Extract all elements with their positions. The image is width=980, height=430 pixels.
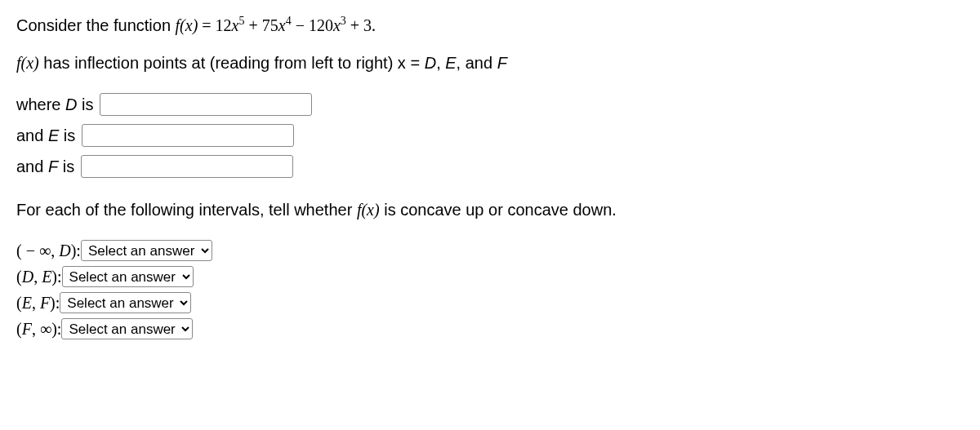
select-interval-2[interactable]: Select an answer xyxy=(62,266,194,287)
line1-prefix: Consider the function xyxy=(16,16,176,34)
problem-statement-line1: Consider the function f(x) = 12x5 + 75x4… xyxy=(16,13,964,38)
input-f[interactable] xyxy=(81,155,293,178)
var-e: E xyxy=(445,54,456,72)
line2-text: has inflection points at (reading from l… xyxy=(39,54,425,72)
input-row-f: and F is xyxy=(16,155,964,178)
input-d[interactable] xyxy=(100,93,312,116)
select-interval-3[interactable]: Select an answer xyxy=(60,292,191,313)
interval-label-4: (F, ∞): xyxy=(16,317,61,341)
var-d: D xyxy=(425,54,436,72)
concavity-prompt: For each of the following intervals, tel… xyxy=(16,197,964,222)
input-row-d: where D is xyxy=(16,93,964,116)
interval-row-3: (E, F): Select an answer xyxy=(16,290,964,315)
function-expression: f(x) = 12x5 + 75x4 − 120x3 + 3. xyxy=(176,16,376,34)
var-f: F xyxy=(497,54,507,72)
label-e: and E is xyxy=(16,126,75,145)
interval-label-1: ( − ∞, D): xyxy=(16,238,81,263)
input-e[interactable] xyxy=(82,124,294,147)
select-interval-1[interactable]: Select an answer xyxy=(81,240,212,261)
select-interval-4[interactable]: Select an answer xyxy=(61,318,193,339)
label-d: where D is xyxy=(16,95,93,114)
input-row-e: and E is xyxy=(16,124,964,147)
interval-row-2: (D, E): Select an answer xyxy=(16,264,964,289)
interval-label-3: (E, F): xyxy=(16,290,60,315)
problem-statement-line2: f(x) has inflection points at (reading f… xyxy=(16,51,964,75)
fx-symbol: f(x) xyxy=(16,54,39,72)
label-f: and F is xyxy=(16,157,74,176)
interval-row-1: ( − ∞, D): Select an answer xyxy=(16,238,964,263)
fx-symbol-2: f(x) xyxy=(357,201,380,219)
interval-row-4: (F, ∞): Select an answer xyxy=(16,317,964,341)
interval-label-2: (D, E): xyxy=(16,264,62,289)
